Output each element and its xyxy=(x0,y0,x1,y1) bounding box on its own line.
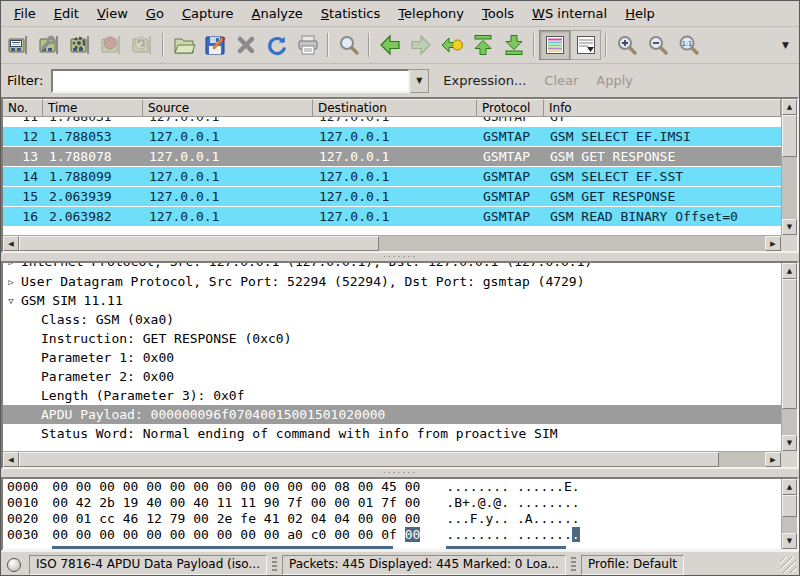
scroll-up-icon[interactable]: ▲ xyxy=(782,99,797,115)
packet-row-selected[interactable]: 13 1.788078 127.0.0.1 127.0.0.1 GSMTAP G… xyxy=(3,147,781,167)
details-vscroll-thumb[interactable] xyxy=(782,279,797,409)
detail-line[interactable]: Parameter 2: 0x00 xyxy=(3,367,781,386)
filter-input[interactable] xyxy=(51,69,410,93)
packet-source: 127.0.0.1 xyxy=(143,167,313,186)
scroll-left-icon[interactable]: ◀ xyxy=(3,452,19,467)
expression-button[interactable]: Expression... xyxy=(443,73,526,88)
print-icon[interactable] xyxy=(292,30,323,60)
pane-splitter[interactable]: ······· xyxy=(1,253,799,261)
menu-capture[interactable]: Capture xyxy=(173,3,243,24)
detail-line[interactable]: ▽ GSM SIM 11.11 xyxy=(3,291,781,310)
capture-options-icon[interactable] xyxy=(34,30,65,60)
packet-row[interactable]: 14 1.788099 127.0.0.1 127.0.0.1 GSMTAP G… xyxy=(3,167,781,187)
menu-telephony[interactable]: Telephony xyxy=(389,3,473,24)
packet-list-body: 11 1.788031 127.0.0.1 127.0.0.1 GSMTAP G… xyxy=(3,117,781,251)
menu-go[interactable]: Go xyxy=(137,3,173,24)
pane-splitter[interactable]: ······· xyxy=(1,469,799,477)
menu-tools[interactable]: Tools xyxy=(473,3,523,24)
column-header-destination[interactable]: Destination xyxy=(313,99,477,117)
packet-row[interactable]: 12 1.788053 127.0.0.1 127.0.0.1 GSMTAP G… xyxy=(3,127,781,147)
packet-list-hscroll-thumb[interactable] xyxy=(19,236,379,251)
apply-button[interactable]: Apply xyxy=(596,73,633,88)
zoom-in-icon[interactable] xyxy=(611,30,642,60)
packet-bytes-body[interactable]: 000000 00 00 00 00 00 00 0000 00 00 00 0… xyxy=(3,479,781,549)
column-header-source[interactable]: Source xyxy=(143,99,313,117)
bytes-vscroll-thumb[interactable] xyxy=(782,495,797,517)
packet-info: GSM SELECT EF.SST xyxy=(544,167,781,186)
packet-list-hscrollbar[interactable]: ◀ ▶ xyxy=(3,235,781,251)
scroll-right-icon[interactable]: ▶ xyxy=(765,236,781,251)
zoom-out-icon[interactable] xyxy=(642,30,673,60)
expander-icon[interactable]: ▽ xyxy=(3,291,19,310)
go-forward-icon[interactable] xyxy=(405,30,436,60)
go-back-icon[interactable] xyxy=(374,30,405,60)
menu-ws-internal[interactable]: WS internal xyxy=(523,3,616,24)
packet-row[interactable]: 16 2.063982 127.0.0.1 127.0.0.1 GSMTAP G… xyxy=(3,207,781,227)
scroll-up-icon[interactable]: ▲ xyxy=(782,479,797,495)
menu-statistics[interactable]: Statistics xyxy=(312,3,389,24)
capture-stop-icon[interactable] xyxy=(96,30,127,60)
menu-edit[interactable]: Edit xyxy=(45,3,88,24)
column-header-time[interactable]: Time xyxy=(43,99,143,117)
open-file-icon[interactable] xyxy=(168,30,199,60)
scrollbar-corner xyxy=(781,451,797,467)
reload-icon[interactable] xyxy=(261,30,292,60)
auto-scroll-icon[interactable] xyxy=(570,30,601,60)
menu-analyze[interactable]: Analyze xyxy=(243,3,312,24)
save-file-icon[interactable] xyxy=(199,30,230,60)
toolbar-overflow-icon[interactable]: ▼ xyxy=(774,40,797,50)
detail-line-selected[interactable]: APDU Payload: 000000096f0704001500150102… xyxy=(3,405,781,424)
scroll-down-icon[interactable]: ▼ xyxy=(782,533,797,549)
packet-info: GSM GET RESPONSE xyxy=(544,187,781,206)
filter-label[interactable]: Filter: xyxy=(7,73,43,88)
details-vscrollbar[interactable]: ▲ ▼ xyxy=(781,263,797,451)
column-header-info[interactable]: Info xyxy=(544,99,781,117)
bytes-vscrollbar[interactable]: ▲ ▼ xyxy=(781,479,797,549)
scroll-down-icon[interactable]: ▼ xyxy=(782,435,797,451)
packet-no: 16 xyxy=(3,207,43,226)
detail-line[interactable]: ▷ Internet Protocol, Src: 127.0.0.1 (127… xyxy=(3,263,781,272)
capture-restart-icon[interactable] xyxy=(127,30,158,60)
statusbar-grip[interactable] xyxy=(272,557,277,573)
detail-line[interactable]: Instruction: GET RESPONSE (0xc0) xyxy=(3,329,781,348)
scroll-right-icon[interactable]: ▶ xyxy=(765,452,781,467)
detail-line[interactable]: Length (Parameter 3): 0x0f xyxy=(3,386,781,405)
detail-line[interactable]: Parameter 1: 0x00 xyxy=(3,348,781,367)
status-profile[interactable]: Profile: Default xyxy=(581,555,684,575)
zoom-100-icon[interactable]: 1:1 xyxy=(673,30,704,60)
packet-row-partial[interactable]: 11 1.788031 127.0.0.1 127.0.0.1 GSMTAP G… xyxy=(3,117,781,127)
scroll-up-icon[interactable]: ▲ xyxy=(782,263,797,279)
column-header-protocol[interactable]: Protocol xyxy=(477,99,544,117)
interface-list-icon[interactable] xyxy=(3,30,34,60)
menu-help[interactable]: Help xyxy=(616,3,664,24)
column-header-no[interactable]: No. xyxy=(3,99,43,117)
scroll-down-icon[interactable]: ▼ xyxy=(782,219,797,235)
window-resize-grip[interactable] xyxy=(780,557,796,573)
expert-info-button[interactable] xyxy=(4,555,24,575)
expander-icon[interactable]: ▷ xyxy=(3,263,19,272)
close-icon[interactable] xyxy=(230,30,261,60)
statusbar-grip[interactable] xyxy=(571,557,576,573)
capture-start-icon[interactable] xyxy=(65,30,96,60)
clear-button[interactable]: Clear xyxy=(544,73,578,88)
goto-top-icon[interactable] xyxy=(467,30,498,60)
scroll-left-icon[interactable]: ◀ xyxy=(3,236,19,251)
packet-row[interactable]: 15 2.063939 127.0.0.1 127.0.0.1 GSMTAP G… xyxy=(3,187,781,207)
goto-packet-icon[interactable] xyxy=(436,30,467,60)
detail-line[interactable]: Status Word: Normal ending of command wi… xyxy=(3,424,781,443)
details-hscrollbar[interactable]: ◀ ▶ xyxy=(3,451,781,467)
colorize-icon[interactable] xyxy=(539,30,570,60)
menu-view[interactable]: View xyxy=(88,3,137,24)
packet-list-vscrollbar[interactable]: ▲ ▼ xyxy=(781,99,797,235)
details-hscroll-thumb[interactable] xyxy=(19,452,719,467)
toolbar-separator xyxy=(368,33,370,57)
menu-file[interactable]: File xyxy=(5,3,45,24)
packet-list-vscroll-thumb[interactable] xyxy=(782,115,797,157)
expander-icon[interactable]: ▷ xyxy=(3,272,19,291)
goto-bottom-icon[interactable] xyxy=(498,30,529,60)
hex-row: 003000 00 00 00 00 00 00 0000 00 a0 c0 0… xyxy=(3,527,781,543)
detail-line[interactable]: ▷ User Datagram Protocol, Src Port: 5229… xyxy=(3,272,781,291)
filter-dropdown-button[interactable]: ▼ xyxy=(410,69,429,93)
find-icon[interactable] xyxy=(333,30,364,60)
detail-line[interactable]: Class: GSM (0xa0) xyxy=(3,310,781,329)
